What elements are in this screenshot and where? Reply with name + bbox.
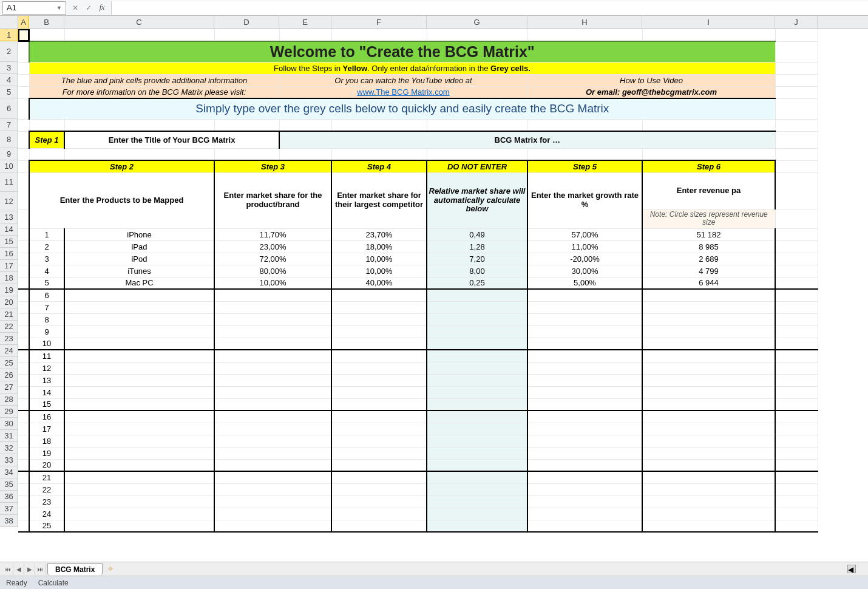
product-num[interactable]: 6	[29, 289, 64, 301]
row-header-28[interactable]: 28	[0, 393, 18, 406]
product-name[interactable]: iPhone	[64, 228, 214, 240]
competitor-share[interactable]	[331, 435, 427, 447]
row-header-37[interactable]: 37	[0, 503, 18, 515]
competitor-share[interactable]	[331, 520, 427, 532]
product-name[interactable]	[64, 435, 214, 447]
growth-rate[interactable]	[527, 362, 642, 374]
competitor-share[interactable]: 40,00%	[331, 277, 427, 289]
growth-rate[interactable]: 11,00%	[527, 240, 642, 253]
product-num[interactable]: 5	[29, 277, 64, 289]
new-sheet-icon[interactable]: ✧	[104, 564, 117, 574]
growth-rate[interactable]: 5,00%	[527, 277, 642, 289]
product-name[interactable]	[64, 301, 214, 313]
growth-rate[interactable]	[527, 410, 642, 423]
row-header-18[interactable]: 18	[0, 272, 18, 284]
row-header-2[interactable]: 2	[0, 41, 18, 62]
competitor-share[interactable]	[331, 423, 427, 435]
product-name[interactable]	[64, 447, 214, 459]
market-share[interactable]	[214, 289, 331, 301]
row-header-20[interactable]: 20	[0, 296, 18, 308]
market-share[interactable]: 72,00%	[214, 253, 331, 265]
product-num[interactable]: 15	[29, 398, 64, 410]
row-header-1[interactable]: 1	[0, 29, 18, 41]
product-name[interactable]: iTunes	[64, 265, 214, 277]
column-header-F[interactable]: F	[331, 16, 427, 29]
cell-A1[interactable]	[18, 29, 29, 41]
market-share[interactable]	[214, 447, 331, 459]
growth-rate[interactable]	[527, 495, 642, 508]
growth-rate[interactable]	[527, 338, 642, 350]
revenue[interactable]	[642, 447, 775, 459]
product-num[interactable]: 1	[29, 228, 64, 240]
product-num[interactable]: 2	[29, 240, 64, 253]
competitor-share[interactable]	[331, 483, 427, 495]
growth-rate[interactable]	[527, 508, 642, 520]
product-name[interactable]	[64, 325, 214, 338]
product-name[interactable]	[64, 471, 214, 483]
revenue[interactable]	[642, 495, 775, 508]
product-num[interactable]: 18	[29, 435, 64, 447]
product-name[interactable]	[64, 350, 214, 362]
competitor-share[interactable]	[331, 471, 427, 483]
product-name[interactable]	[64, 508, 214, 520]
growth-rate[interactable]	[527, 386, 642, 398]
market-share[interactable]: 23,00%	[214, 240, 331, 253]
revenue[interactable]	[642, 313, 775, 325]
column-header-D[interactable]: D	[214, 16, 279, 29]
row-header-27[interactable]: 27	[0, 381, 18, 393]
product-name[interactable]	[64, 483, 214, 495]
row-header-11[interactable]: 11	[0, 172, 18, 192]
growth-rate[interactable]	[527, 471, 642, 483]
product-name[interactable]	[64, 459, 214, 471]
row-header-33[interactable]: 33	[0, 454, 18, 466]
growth-rate[interactable]	[527, 289, 642, 301]
market-share[interactable]	[214, 325, 331, 338]
product-name[interactable]	[64, 398, 214, 410]
growth-rate[interactable]	[527, 483, 642, 495]
row-header-14[interactable]: 14	[0, 223, 18, 236]
formula-input[interactable]	[111, 1, 868, 15]
product-num[interactable]: 13	[29, 374, 64, 386]
column-header-I[interactable]: I	[642, 16, 775, 29]
market-share[interactable]	[214, 459, 331, 471]
competitor-share[interactable]: 18,00%	[331, 240, 427, 253]
row-header-8[interactable]: 8	[0, 131, 18, 148]
growth-rate[interactable]	[527, 325, 642, 338]
revenue[interactable]	[642, 471, 775, 483]
product-name[interactable]	[64, 520, 214, 532]
column-header-E[interactable]: E	[279, 16, 331, 29]
row-header-36[interactable]: 36	[0, 491, 18, 503]
row-header-19[interactable]: 19	[0, 284, 18, 296]
revenue[interactable]	[642, 362, 775, 374]
competitor-share[interactable]	[331, 362, 427, 374]
competitor-share[interactable]	[331, 495, 427, 508]
market-share[interactable]	[214, 313, 331, 325]
column-header-J[interactable]: J	[775, 16, 818, 29]
product-num[interactable]: 16	[29, 410, 64, 423]
product-name[interactable]	[64, 338, 214, 350]
product-name[interactable]	[64, 410, 214, 423]
row-header-34[interactable]: 34	[0, 466, 18, 478]
revenue[interactable]	[642, 338, 775, 350]
product-num[interactable]: 12	[29, 362, 64, 374]
row-header-29[interactable]: 29	[0, 406, 18, 418]
revenue[interactable]: 6 944	[642, 277, 775, 289]
revenue[interactable]	[642, 301, 775, 313]
row-header-32[interactable]: 32	[0, 442, 18, 454]
product-name[interactable]	[64, 423, 214, 435]
product-name[interactable]	[64, 386, 214, 398]
row-header-25[interactable]: 25	[0, 357, 18, 369]
revenue[interactable]	[642, 459, 775, 471]
column-header-B[interactable]: B	[29, 16, 64, 29]
chevron-down-icon[interactable]: ▼	[56, 5, 62, 11]
info-website-link[interactable]: www.The BCG Matrix.com	[279, 86, 527, 98]
row-header-31[interactable]: 31	[0, 430, 18, 442]
growth-rate[interactable]: 57,00%	[527, 228, 642, 240]
product-num[interactable]: 11	[29, 350, 64, 362]
market-share[interactable]	[214, 520, 331, 532]
product-num[interactable]: 10	[29, 338, 64, 350]
product-num[interactable]: 4	[29, 265, 64, 277]
revenue[interactable]	[642, 508, 775, 520]
competitor-share[interactable]: 10,00%	[331, 265, 427, 277]
product-num[interactable]: 7	[29, 301, 64, 313]
